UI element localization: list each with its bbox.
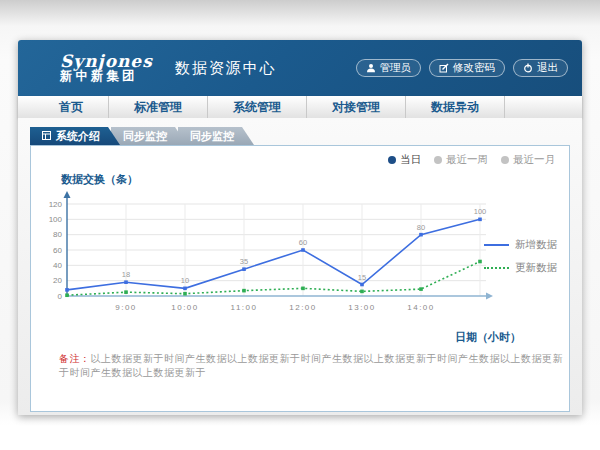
power-icon <box>523 63 533 73</box>
change-password-button-label: 修改密码 <box>453 61 495 75</box>
svg-text:20: 20 <box>53 276 62 285</box>
svg-text:100: 100 <box>49 215 63 224</box>
svg-text:100: 100 <box>474 207 487 216</box>
svg-text:10: 10 <box>181 276 189 285</box>
logo-company-text: 新中新集团 <box>60 70 153 83</box>
header-actions: 管理员 修改密码 退出 <box>356 59 569 77</box>
y-axis-title: 数据交换（条） <box>61 172 569 187</box>
footnote-text: 以上数据更新于时间产生数据以上数据更新于时间产生数据以上数据更新于时间产生数据以… <box>59 353 563 378</box>
svg-text:80: 80 <box>53 230 62 239</box>
user-icon <box>366 63 376 73</box>
grid-icon <box>42 127 51 145</box>
main-nav: 首页 标准管理 系统管理 对接管理 数据异动 <box>18 96 582 118</box>
svg-text:40: 40 <box>53 261 62 270</box>
chart-area: 数据交换（条） 0204060801001209:0010:0011:0012:… <box>31 146 569 336</box>
page-title: 数据资源中心 <box>175 59 277 78</box>
nav-item-interface-mgmt[interactable]: 对接管理 <box>307 96 406 118</box>
tab-sync-monitor-1[interactable]: 同步监控 <box>111 127 187 145</box>
tab-sync-monitor-2[interactable]: 同步监控 <box>178 127 254 145</box>
content-area: 系统介绍 同步监控 同步监控 当日 最近一周 <box>18 118 582 415</box>
legend-item-updated-data[interactable]: 更新数据 <box>484 261 557 275</box>
solid-line-icon <box>484 244 509 246</box>
nav-item-system-mgmt[interactable]: 系统管理 <box>208 96 307 118</box>
svg-text:80: 80 <box>417 223 425 232</box>
svg-text:13:00: 13:00 <box>348 303 376 312</box>
footnote-prefix: 备注： <box>59 353 91 364</box>
logout-button[interactable]: 退出 <box>513 59 568 77</box>
change-password-button[interactable]: 修改密码 <box>429 59 505 77</box>
svg-text:0: 0 <box>58 292 63 301</box>
app-window: Synjones 新中新集团 数据资源中心 管理员 修改密码 退出 <box>18 40 582 415</box>
tab-bar: 系统介绍 同步监控 同步监控 <box>30 127 570 145</box>
legend-label: 更新数据 <box>515 261 557 275</box>
nav-item-standard-mgmt[interactable]: 标准管理 <box>109 96 208 118</box>
legend-label: 新增数据 <box>515 238 557 252</box>
logo-brand-text: Synjones <box>60 53 153 71</box>
svg-text:15: 15 <box>358 273 366 282</box>
svg-text:35: 35 <box>240 257 248 266</box>
logo: Synjones 新中新集团 <box>60 53 153 84</box>
svg-text:11:00: 11:00 <box>231 303 258 312</box>
tab-label: 系统介绍 <box>56 127 100 145</box>
nav-item-home[interactable]: 首页 <box>34 96 109 118</box>
svg-text:10:00: 10:00 <box>171 303 199 312</box>
svg-text:14:00: 14:00 <box>407 303 435 312</box>
tab-label: 同步监控 <box>123 127 167 145</box>
footnote: 备注：以上数据更新于时间产生数据以上数据更新于时间产生数据以上数据更新于时间产生… <box>59 352 569 380</box>
svg-text:12:00: 12:00 <box>289 303 317 312</box>
chart-panel: 当日 最近一周 最近一月 数据交换（条） 0204060801001209:00… <box>30 145 570 412</box>
chart-legend: 新增数据 更新数据 <box>484 238 557 284</box>
logout-button-label: 退出 <box>537 61 558 75</box>
user-button-label: 管理员 <box>380 61 412 75</box>
svg-text:60: 60 <box>299 238 307 247</box>
user-button[interactable]: 管理员 <box>356 59 422 77</box>
legend-item-new-data[interactable]: 新增数据 <box>484 238 557 252</box>
line-chart: 0204060801001209:0010:0011:0012:0013:001… <box>31 188 501 336</box>
svg-text:9:00: 9:00 <box>115 303 137 312</box>
svg-text:60: 60 <box>53 246 62 255</box>
dotted-line-icon <box>484 267 509 269</box>
svg-text:18: 18 <box>122 270 130 279</box>
svg-text:120: 120 <box>49 200 63 209</box>
nav-item-data-change[interactable]: 数据异动 <box>406 96 505 118</box>
edit-icon <box>439 63 449 73</box>
tab-system-intro[interactable]: 系统介绍 <box>30 127 120 145</box>
x-axis-title: 日期（小时） <box>455 330 521 345</box>
tab-label: 同步监控 <box>190 127 234 145</box>
app-header: Synjones 新中新集团 数据资源中心 管理员 修改密码 退出 <box>18 40 582 96</box>
